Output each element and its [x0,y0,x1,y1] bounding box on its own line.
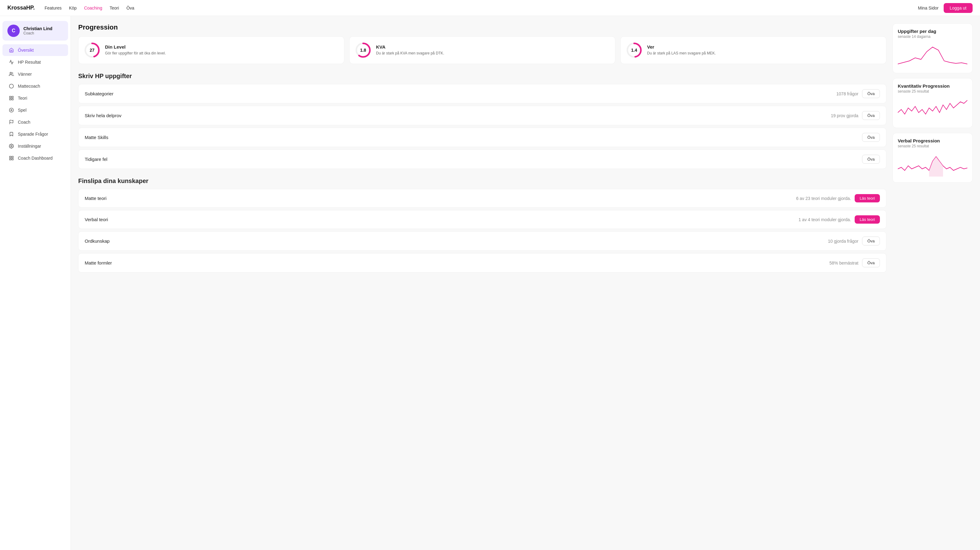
svg-rect-11 [12,159,13,160]
svg-rect-10 [12,156,13,158]
sidebar: C Christian Lind Coach Översikt HP Resul… [0,16,71,550]
sidebar-item-hp-resultat[interactable]: HP Resultat [2,56,68,68]
logo: KrossaHP. [7,5,35,11]
progression-cards: 27 Din Level Gör fler uppgifter för att … [78,36,886,64]
sidebar-item-oversikt[interactable]: Översikt [2,44,68,56]
list-item: Subkategorier 1078 frågor Öva [78,84,886,103]
list-item: Verbal teori 1 av 4 teori moduler gjorda… [78,210,886,229]
matte-teori-las-button[interactable]: Läs teori [855,194,880,203]
tidigare-fel-right: Öva [858,155,880,164]
kva-title: KVA [376,44,444,49]
list-item: Ordkunskap 10 gjorda frågor Öva [78,231,886,251]
matte-skills-label: Matte Skills [85,135,108,140]
verbal-teori-las-button[interactable]: Läs teori [855,215,880,223]
logga-ut-button[interactable]: Logga ut [943,3,973,13]
sidebar-item-teori[interactable]: Teori [2,92,68,104]
ver-title: Ver [647,44,716,49]
avatar: C [7,25,20,37]
subkategorier-right: 1078 frågor Öva [837,89,880,98]
list-item: Skriv hela delprov 19 prov gjorda Öva [78,106,886,125]
sidebar-label-mattecoach: Mattecoach [18,84,40,89]
sidebar-item-spel[interactable]: Spel [2,104,68,116]
list-item: Matte teori 6 av 23 teori moduler gjorda… [78,189,886,208]
level-value: 27 [90,48,95,52]
svg-point-1 [9,84,13,88]
sidebar-label-vanner: Vänner [18,72,32,77]
matte-teori-label: Matte teori [85,196,107,201]
sidebar-item-vanner[interactable]: Vänner [2,68,68,80]
user-name: Christian Lind [24,26,52,31]
chart1-title: Uppgifter per dag [898,29,967,34]
sidebar-item-sparade-fragor[interactable]: Sparade Frågor [2,128,68,140]
sidebar-item-installningar[interactable]: Inställningar [2,140,68,152]
chart3-subtitle: senaste 25 resultat [898,144,967,148]
content-area: Progression 27 Din Level [78,24,886,543]
sidebar-label-coach: Coach [18,120,30,125]
matte-skills-ova-button[interactable]: Öva [862,133,880,142]
finslipa-section: Finslipa dina kunskaper Matte teori 6 av… [78,178,886,273]
user-card[interactable]: C Christian Lind Coach [2,21,68,41]
ver-value: 1.4 [631,48,637,52]
nav-coaching[interactable]: Coaching [84,4,102,12]
uppgifter-per-dag-card: Uppgifter per dag senaste 14 dagarna [892,24,973,73]
svg-rect-9 [10,156,11,158]
list-item: Matte Skills Öva [78,128,886,147]
chart3-title: Verbal Progression [898,138,967,143]
chart2-svg [898,97,967,122]
bookmark-icon [9,132,14,137]
subkategorier-ova-button[interactable]: Öva [862,89,880,98]
sidebar-item-mattecoach[interactable]: Mattecoach [2,80,68,92]
progression-section: Progression 27 Din Level [78,24,886,64]
delprov-right: 19 prov gjorda Öva [831,111,880,120]
svg-rect-5 [10,98,11,100]
ordkunskap-ova-button[interactable]: Öva [862,236,880,246]
matte-formler-right: 58% bemästrat Öva [829,258,880,267]
ver-desc: Du är stark på LAS men svagare på MEK. [647,51,716,56]
matte-formler-ova-button[interactable]: Öva [862,258,880,267]
sidebar-item-coach-dashboard[interactable]: Coach Dashboard [2,152,68,164]
nav-ova[interactable]: Öva [126,4,134,12]
sidebar-label-installningar: Inställningar [18,144,41,149]
ordkunskap-count: 10 gjorda frågor [828,239,858,244]
svg-point-8 [11,146,12,147]
nav-kop[interactable]: Köp [69,4,77,12]
level-info: Din Level Gör fler uppgifter för att öka… [105,44,166,56]
subkategorier-count: 1078 frågor [837,91,859,96]
matte-formler-count: 58% bemästrat [829,260,858,265]
verbal-teori-label: Verbal teori [85,217,108,222]
kva-desc: Du är stark på KVA men svagare på DTK. [376,51,444,56]
prog-card-ver: 1.4 Ver Du är stark på LAS men svagare p… [620,36,886,64]
verbal-teori-right: 1 av 4 teori moduler gjorda. Läs teori [799,215,880,223]
matte-teori-count: 6 av 23 teori moduler gjorda. [796,196,851,201]
delprov-count: 19 prov gjorda [831,113,859,118]
delprov-ova-button[interactable]: Öva [862,111,880,120]
sidebar-label-sparade-fragor: Sparade Frågor [18,132,48,136]
matte-skills-right: Öva [858,133,880,142]
svg-point-0 [10,72,11,74]
kva-ring: 1.8 [355,41,372,59]
kva-info: KVA Du är stark på KVA men svagare på DT… [376,44,444,56]
circle-icon [9,83,14,89]
svg-marker-19 [929,157,943,177]
matte-teori-right: 6 av 23 teori moduler gjorda. Läs teori [796,194,880,203]
progression-title: Progression [78,24,886,32]
ver-ring: 1.4 [625,41,643,59]
list-item: Matte formler 58% bemästrat Öva [78,253,886,273]
nav-teori[interactable]: Teori [110,4,119,12]
delprov-label: Skriv hela delprov [85,113,121,118]
skriv-hp-section: Skriv HP uppgifter Subkategorier 1078 fr… [78,73,886,169]
verbal-progression-card: Verbal Progression senaste 25 resultat [892,133,973,183]
chart3-svg [898,152,967,177]
coach-icon [9,119,14,125]
right-panel: Uppgifter per dag senaste 14 dagarna Kva… [892,24,973,543]
tidigare-fel-ova-button[interactable]: Öva [862,155,880,164]
ordkunskap-right: 10 gjorda frågor Öva [828,236,880,246]
prog-card-kva: 1.8 KVA Du är stark på KVA men svagare p… [349,36,615,64]
sidebar-item-coach[interactable]: Coach [2,116,68,128]
level-title: Din Level [105,44,166,49]
prog-card-level: 27 Din Level Gör fler uppgifter för att … [78,36,344,64]
sidebar-label-oversikt: Översikt [18,48,33,52]
svg-rect-3 [12,96,13,98]
mina-sidor-link[interactable]: Mina Sidor [918,6,939,11]
nav-features[interactable]: Features [45,4,62,12]
